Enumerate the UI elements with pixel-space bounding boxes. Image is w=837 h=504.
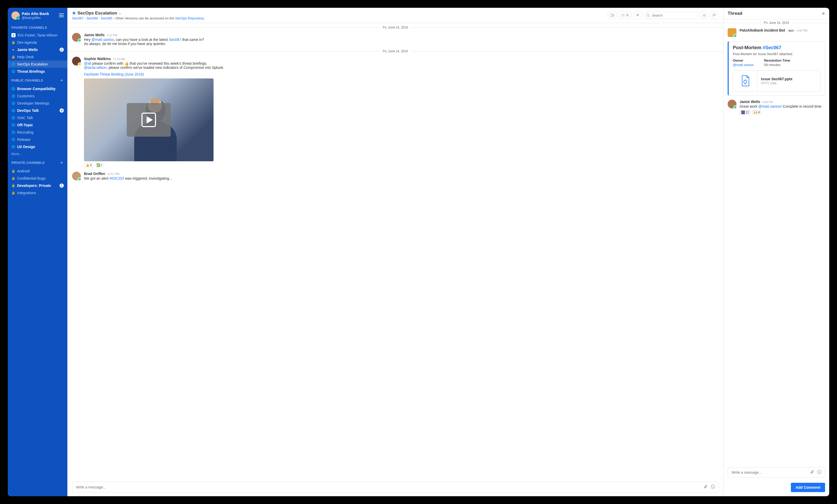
sidebar-item-threat-briefings[interactable]: 🌐 Threat Briefings [8, 68, 67, 75]
author-name[interactable]: Jamie Wells [84, 33, 105, 37]
add-private-channel-icon[interactable]: ＋ [59, 160, 64, 165]
date-label: Fri, June 14, 2019 [380, 26, 410, 29]
workspace-header[interactable]: Palo Alto Bank @brad.griffen [8, 8, 67, 23]
attach-icon[interactable] [703, 484, 708, 490]
sidebar-item-developer-meetings[interactable]: 🌐Developer Meetings [8, 100, 67, 107]
search-input[interactable] [652, 13, 696, 18]
reaction-thumbsup[interactable]: 👍8 [84, 163, 93, 167]
subtitle-repo-link[interactable]: SecOps Repository [175, 16, 204, 20]
attach-icon[interactable] [810, 470, 815, 475]
mention[interactable]: @matt.santos [91, 38, 114, 42]
bot-avatar[interactable] [728, 28, 736, 37]
attachment-meta: Issue Sec067.pptx PPTX 2MB [758, 77, 796, 85]
hamburger-icon[interactable] [59, 14, 64, 18]
reaction-fireworks[interactable]: 🎆12 [740, 110, 750, 115]
star-icon[interactable]: ★ [72, 11, 76, 16]
sidebar-item-android[interactable]: 🔒Android [8, 167, 67, 175]
mention[interactable]: @tania.wilson [84, 66, 107, 70]
thread-composer-input[interactable] [731, 470, 807, 475]
file-name: Issue Sec067.pptx [761, 77, 793, 81]
sidebar-item-developers-private[interactable]: 🔒Developers: Private1 [8, 182, 67, 189]
file-icon [733, 71, 758, 91]
subtitle-link-sec067[interactable]: Sec067 [72, 16, 84, 20]
sidebar-item-eric-tania[interactable]: 2 Eric Foster, Tania Wilson [8, 32, 67, 39]
thread-body[interactable]: Fri, June 14, 2019 PaloAltoBank Incident… [724, 19, 829, 464]
sidebar-item-jamie-wells[interactable]: ● Jamie Wells 2 [8, 46, 67, 53]
video-preview[interactable] [84, 78, 214, 161]
subtitle-end: . [204, 16, 205, 20]
channel-name: Developers: Private [17, 184, 57, 188]
sidebar-item-browser-compat[interactable]: 🌐Browser Compatibility [8, 85, 67, 92]
mention-button[interactable]: @ [700, 12, 708, 19]
private-section: Private Channels ＋ [8, 157, 67, 167]
members-count: 23 [621, 14, 624, 17]
chevron-down-icon[interactable]: ⌄ [119, 12, 121, 15]
owner-value[interactable]: @matt.santos [733, 63, 753, 67]
author-name[interactable]: Brad Griffen [84, 172, 105, 176]
resolution-label: Resolution Time [764, 58, 790, 62]
add-channel-icon[interactable]: ＋ [59, 78, 64, 83]
members-icon [626, 14, 629, 17]
message-header: Sophie Watkins 11:23 AM [84, 57, 718, 61]
video-icon [610, 14, 614, 17]
unread-badge: 2 [59, 48, 64, 52]
search-box[interactable] [644, 12, 698, 19]
sidebar-item-confidential-bugs[interactable]: 🔒Confidential Bugs [8, 175, 67, 182]
avatar[interactable] [72, 57, 81, 66]
members-button[interactable]: 23 [619, 12, 631, 19]
add-comment-button[interactable]: Add Comment [791, 483, 825, 492]
composer-input[interactable] [75, 485, 701, 489]
channel-name: Browser Compatibility [17, 87, 64, 91]
channel-title[interactable]: ★ SecOps Escalation ⌄ [72, 11, 604, 16]
video-call-button[interactable] [608, 12, 617, 19]
message-list[interactable]: Fri, June 14, 2019 Jamie Wells 3:12 PM H… [67, 23, 723, 479]
link-sec067[interactable]: Sec067 [169, 38, 181, 42]
sidebar-item-customers[interactable]: 🌐Customers [8, 92, 67, 100]
author-name[interactable]: PaloAltoBank Incident Bot [740, 28, 785, 32]
svg-rect-1 [59, 15, 64, 16]
reaction-raised-hands[interactable]: 🙌4 [752, 110, 761, 115]
message-line: Hey @matt.santos, can you have a look at… [84, 38, 718, 42]
main-composer[interactable] [72, 482, 718, 492]
emoji-icon[interactable] [711, 484, 715, 490]
sidebar-item-release[interactable]: 🌐Release [8, 136, 67, 143]
sidebar-item-help-desk[interactable]: 🔒 Help Desk [8, 53, 67, 60]
author-name[interactable]: Sophie Watkins [84, 57, 111, 61]
hashtag-link[interactable]: #IOC203 [110, 176, 124, 181]
flag-button[interactable] [710, 12, 718, 19]
avatar[interactable] [72, 33, 81, 42]
reaction-check[interactable]: ✅1 [95, 163, 104, 167]
play-button[interactable] [127, 103, 171, 137]
mention[interactable]: @matt.santos! [758, 104, 782, 109]
sidebar-item-secops-escalation[interactable]: 🌐 SecOps Escalation [8, 60, 67, 68]
sidebar-item-recruiting[interactable]: 🌐Recruiting [8, 129, 67, 136]
more-channels-link[interactable]: More... [8, 150, 67, 157]
sidebar-item-dev-agenda[interactable]: 🔒 Dev Agenda [8, 39, 67, 46]
card-hash[interactable]: #Sec067 [763, 45, 781, 50]
mention-all[interactable]: @all [84, 61, 91, 66]
author-name[interactable]: Jamie Wells [740, 100, 760, 104]
subtitle-link-sec066[interactable]: Sec066 [87, 16, 98, 20]
subtitle-link-sec065[interactable]: Sec065 [101, 16, 112, 20]
emoji-icon[interactable] [817, 470, 822, 475]
sidebar-item-ux-design[interactable]: 🌐UX Design [8, 143, 67, 150]
attachment[interactable]: Issue Sec067.pptx PPTX 2MB [733, 70, 821, 92]
sidebar-item-off-topic[interactable]: 🌐Off-Topic [8, 122, 67, 129]
svg-marker-9 [147, 116, 153, 124]
pin-button[interactable] [634, 12, 642, 19]
sidebar-item-isac-talk[interactable]: 🌐ISAC Talk [8, 114, 67, 122]
sidebar-item-integrations[interactable]: 🔒Integrations [8, 189, 67, 197]
thread-composer-wrap [724, 464, 829, 481]
favorites-section: Favorite Channels [8, 23, 67, 32]
timestamp: 4:04 PM [762, 100, 773, 104]
channel-name: Help Desk [17, 55, 64, 59]
briefing-link[interactable]: FactNote Threat Briefing (June 2019) [84, 72, 144, 76]
thread-composer[interactable] [728, 467, 825, 478]
sidebar-item-devops-talk[interactable]: 🌐DevOps Talk4 [8, 107, 67, 114]
close-thread-icon[interactable]: ✕ [822, 11, 825, 16]
avatar[interactable] [72, 172, 81, 181]
channel-name: Customers [17, 94, 64, 98]
avatar[interactable] [728, 100, 736, 109]
org-name: Palo Alto Bank [22, 12, 49, 16]
user-avatar[interactable] [12, 12, 20, 20]
